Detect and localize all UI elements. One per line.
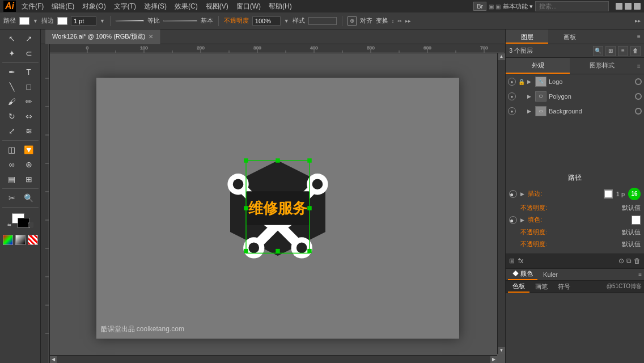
- menu-view[interactable]: 视图(V): [202, 1, 232, 12]
- stroke-color-swatch[interactable]: [19, 17, 29, 25]
- fill-color-box[interactable]: [632, 216, 641, 225]
- stroke-fill-swatch[interactable]: [57, 17, 67, 25]
- layers-options-btn[interactable]: ⊞: [605, 46, 616, 56]
- fill-stroke-swatches[interactable]: ⇆ ⬛: [7, 211, 33, 231]
- stroke-expand[interactable]: ▶: [520, 191, 524, 197]
- tab-appearance[interactable]: 外观: [506, 58, 570, 74]
- warp-tool[interactable]: ≋: [21, 124, 37, 138]
- scroll-up-btn[interactable]: ▲: [498, 53, 505, 60]
- artboard[interactable]: 维修服务: [96, 78, 459, 339]
- layer-vis-background[interactable]: ●: [508, 107, 516, 115]
- rotate-tool[interactable]: ↻: [4, 109, 20, 123]
- gradient-tool[interactable]: ◫: [4, 143, 20, 157]
- eyedrop-tool[interactable]: 🔽: [21, 143, 37, 157]
- color-mode-btn[interactable]: [3, 235, 13, 245]
- scroll-right-btn[interactable]: ▶: [490, 356, 497, 363]
- delete-appearance-icon[interactable]: 🗑: [634, 257, 641, 265]
- type-tool[interactable]: T: [21, 65, 37, 79]
- rect-tool[interactable]: □: [21, 80, 37, 94]
- minimize-btn[interactable]: [616, 3, 622, 10]
- bottom-panel-menu[interactable]: ≡: [638, 271, 642, 277]
- canvas-wrapper[interactable]: 0 100 200 300 400 500 600: [41, 44, 505, 363]
- panel-toggle-icon[interactable]: ▸▸: [635, 18, 641, 24]
- tab-brush[interactable]: 画笔: [531, 281, 552, 292]
- layer-expand-logo[interactable]: ▶: [527, 79, 533, 85]
- fx-icon[interactable]: fx: [518, 257, 523, 265]
- lasso-tool[interactable]: ⊂: [21, 47, 37, 60]
- magic-wand-tool[interactable]: ✦: [4, 47, 20, 60]
- panel-menu-btn[interactable]: ≡: [634, 29, 644, 44]
- gradient-mode-btn[interactable]: [15, 235, 26, 245]
- pen-tool[interactable]: ✒: [4, 65, 20, 79]
- close-btn[interactable]: [634, 3, 641, 10]
- layer-expand-background[interactable]: ▶: [527, 108, 533, 114]
- appearance-menu-btn[interactable]: ≡: [634, 58, 644, 74]
- document-tab-name: Work126.ai* @ 100% (RGB/预览): [52, 32, 145, 41]
- scrollbar-vertical[interactable]: ▲ ▼: [497, 53, 505, 354]
- tab-color[interactable]: ◆ 颜色: [508, 268, 537, 280]
- tab-symbols[interactable]: 符号: [553, 281, 575, 292]
- menu-file[interactable]: 文件(F): [18, 1, 47, 12]
- tab-graphic-styles[interactable]: 图形样式: [570, 58, 634, 74]
- web-icon[interactable]: ⊕: [348, 16, 357, 26]
- pencil-tool[interactable]: ✏: [21, 95, 37, 108]
- duplicate-icon[interactable]: ⧉: [626, 257, 632, 265]
- bridge-button[interactable]: Br: [473, 2, 486, 11]
- opacity-input[interactable]: [252, 16, 281, 26]
- fill-expand[interactable]: ▶: [520, 217, 524, 223]
- menu-edit[interactable]: 编辑(E): [48, 1, 78, 12]
- menu-text[interactable]: 文字(T): [111, 1, 139, 12]
- menu-select[interactable]: 选择(S): [141, 1, 170, 12]
- options-icon[interactable]: ⊙: [618, 257, 624, 265]
- artwork[interactable]: 维修服务: [193, 123, 363, 293]
- column-graph-tool[interactable]: ▤: [4, 172, 20, 186]
- menu-help[interactable]: 帮助(H): [265, 1, 295, 12]
- swap-icon[interactable]: ⇆: [7, 222, 11, 227]
- direct-select-tool[interactable]: ↗: [21, 32, 37, 45]
- maximize-btn[interactable]: [625, 3, 632, 10]
- layers-delete-btn[interactable]: 🗑: [630, 46, 641, 56]
- tab-close-btn[interactable]: ✕: [149, 33, 153, 40]
- document-tab[interactable]: Work126.ai* @ 100% (RGB/预览) ✕: [45, 29, 160, 44]
- stroke-width-input[interactable]: [71, 16, 96, 26]
- tool-row-6: ↻ ⇔: [4, 109, 37, 123]
- line-tool[interactable]: ╲: [4, 80, 20, 94]
- tab-layers[interactable]: 图层: [506, 29, 548, 44]
- layer-lock-logo[interactable]: 🔒: [518, 79, 525, 85]
- tab-swatches[interactable]: 色板: [508, 281, 529, 293]
- no-color-btn[interactable]: [28, 235, 38, 245]
- scrollbar-horizontal[interactable]: ◀ ▶: [50, 355, 497, 363]
- menu-object[interactable]: 对象(O): [79, 1, 109, 12]
- symbol-tool[interactable]: ⊛: [21, 158, 37, 171]
- default-icon[interactable]: ⬛: [28, 222, 33, 227]
- layer-vis-polygon[interactable]: ●: [508, 92, 516, 100]
- slice-tool[interactable]: ✂: [4, 191, 20, 205]
- fill-vis[interactable]: ●: [509, 216, 517, 224]
- layer-item-background[interactable]: ● ▶ ▭ Background: [506, 104, 644, 119]
- paintbrush-tool[interactable]: 🖌: [4, 95, 20, 108]
- tab-kuler[interactable]: Kuler: [539, 270, 562, 279]
- select-tool[interactable]: ↖: [4, 32, 20, 45]
- scroll-left-btn[interactable]: ◀: [50, 356, 57, 363]
- blend-tool[interactable]: ∞: [4, 158, 20, 171]
- menu-effect[interactable]: 效果(C): [171, 1, 201, 12]
- tab-artboard[interactable]: 画板: [548, 29, 591, 44]
- scroll-down-btn[interactable]: ▼: [498, 347, 505, 354]
- artboard-canvas[interactable]: 维修服务: [96, 78, 459, 339]
- stroke-color-box[interactable]: [604, 189, 613, 199]
- layer-item-logo[interactable]: ● 🔒 ▶ 🔧 Logo: [506, 74, 644, 89]
- stroke-vis[interactable]: ●: [509, 190, 517, 198]
- zoom-tool[interactable]: 🔍: [21, 191, 37, 205]
- artboard-tool[interactable]: ⊞: [21, 172, 37, 186]
- layers-new-btn[interactable]: ≡: [618, 46, 628, 56]
- new-layer-icon[interactable]: ⊞: [509, 257, 515, 265]
- search-layers-btn[interactable]: 🔍: [593, 46, 603, 56]
- mirror-tool[interactable]: ⇔: [21, 109, 37, 123]
- layer-item-polygon[interactable]: ● ▶ ⬡ Polygon: [506, 89, 644, 104]
- scale-tool[interactable]: ⤢: [4, 124, 20, 138]
- layer-expand-polygon[interactable]: ▶: [527, 94, 533, 99]
- menu-bar: 文件(F) 编辑(E) 对象(O) 文字(T) 选择(S) 效果(C) 视图(V…: [18, 1, 295, 12]
- menu-window[interactable]: 窗口(W): [233, 1, 264, 12]
- layer-vis-logo[interactable]: ●: [508, 78, 516, 86]
- search-input[interactable]: [535, 1, 609, 11]
